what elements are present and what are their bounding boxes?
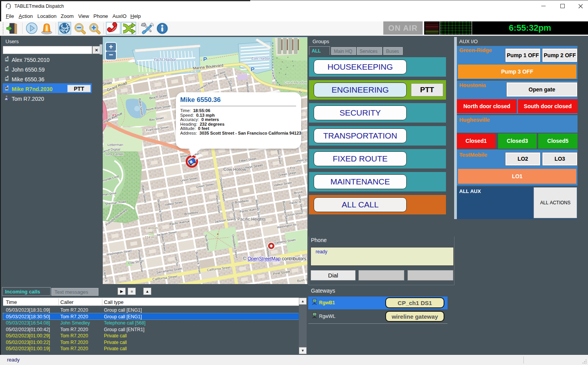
svg-text:×: × <box>276 57 278 59</box>
svg-text:×: × <box>282 61 283 63</box>
svg-text:Pacific Heights: Pacific Heights <box>237 217 266 221</box>
svg-text:×: × <box>279 72 280 74</box>
svg-text:×: × <box>292 60 293 62</box>
svg-text:Arts Center: Arts Center <box>106 152 124 156</box>
svg-text:×: × <box>285 73 286 75</box>
svg-text:Letterman: Letterman <box>107 143 123 147</box>
svg-text:Digital: Digital <box>111 147 120 151</box>
svg-text:P: P <box>203 56 207 62</box>
svg-text:Hill: Hill <box>149 231 154 235</box>
svg-text:© OpenStreetMap contributors: © OpenStreetMap contributors <box>243 256 306 261</box>
svg-text:Yacht Harbor: Yacht Harbor <box>153 58 176 62</box>
svg-text:P: P <box>251 66 255 72</box>
svg-text:Cannon: Cannon <box>146 226 158 230</box>
svg-text:×: × <box>280 68 282 70</box>
svg-text:East Harbor: East Harbor <box>251 56 270 60</box>
svg-text:×: × <box>293 65 294 67</box>
svg-text:▲: ▲ <box>216 232 219 235</box>
svg-text:Great Meadow: Great Meadow <box>284 81 307 84</box>
svg-text:Cow Hollow: Cow Hollow <box>223 167 246 172</box>
svg-text:114 m: 114 m <box>145 235 154 239</box>
svg-text:×: × <box>286 66 288 68</box>
svg-text:×: × <box>287 56 289 58</box>
